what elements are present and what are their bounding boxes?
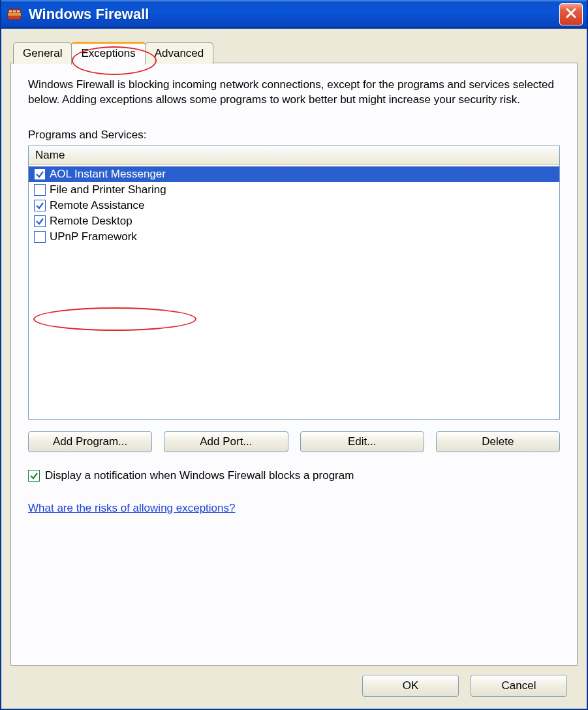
notify-checkbox[interactable] — [28, 470, 40, 482]
svg-rect-1 — [8, 13, 21, 16]
list-item[interactable]: AOL Instant Messenger — [29, 166, 559, 182]
client-area: General Exceptions Advanced Windows Fire… — [1, 29, 587, 709]
tab-strip: General Exceptions Advanced — [12, 42, 578, 63]
list-item[interactable]: Remote Desktop — [29, 213, 559, 229]
svg-rect-2 — [9, 10, 12, 12]
list-item[interactable]: Remote Assistance — [29, 198, 559, 213]
list-item-label: File and Printer Sharing — [50, 183, 166, 196]
tab-general[interactable]: General — [13, 42, 72, 64]
cancel-button[interactable]: Cancel — [471, 675, 567, 697]
risks-link[interactable]: What are the risks of allowing exception… — [28, 502, 560, 515]
app-icon — [7, 7, 22, 22]
checkbox[interactable] — [34, 168, 46, 180]
description-text: Windows Firewall is blocking incoming ne… — [28, 78, 560, 108]
list-item-label: Remote Desktop — [50, 215, 132, 228]
tab-panel: Windows Firewall is blocking incoming ne… — [10, 63, 578, 666]
list-item-label: Remote Assistance — [50, 199, 145, 212]
list-body: AOL Instant Messenger File and Printer S… — [29, 165, 559, 419]
dialog-buttons: OK Cancel — [10, 666, 578, 700]
list-item-label: UPnP Framework — [50, 230, 137, 243]
programs-list[interactable]: Name AOL Instant Messenger File and Prin… — [28, 146, 560, 420]
ok-button[interactable]: OK — [362, 675, 459, 697]
add-port-button[interactable]: Add Port... — [164, 431, 288, 452]
add-program-button[interactable]: Add Program... — [28, 431, 152, 452]
titlebar[interactable]: Windows Firewall — [1, 0, 587, 29]
checkbox[interactable] — [34, 215, 46, 227]
tab-exceptions[interactable]: Exceptions — [71, 42, 145, 65]
delete-button[interactable]: Delete — [436, 431, 560, 452]
name-column: Name — [35, 149, 65, 162]
notify-row: Display a notification when Windows Fire… — [28, 469, 560, 482]
list-item[interactable]: File and Printer Sharing — [29, 182, 559, 198]
close-button[interactable] — [559, 3, 583, 25]
list-column-header[interactable]: Name — [29, 146, 559, 165]
checkbox[interactable] — [34, 200, 46, 211]
list-item[interactable]: UPnP Framework — [29, 229, 559, 245]
close-icon — [565, 6, 577, 23]
list-label: Programs and Services: — [28, 129, 560, 142]
svg-rect-3 — [13, 10, 16, 12]
checkbox[interactable] — [34, 231, 46, 243]
list-item-label: AOL Instant Messenger — [50, 168, 166, 181]
action-buttons: Add Program... Add Port... Edit... Delet… — [28, 431, 560, 452]
tab-advanced[interactable]: Advanced — [145, 42, 214, 64]
svg-rect-4 — [17, 10, 20, 12]
firewall-settings-window: Windows Firewall General Exceptions Adva… — [0, 0, 588, 710]
window-title: Windows Firewall — [29, 6, 559, 23]
checkbox[interactable] — [34, 184, 46, 196]
notify-label: Display a notification when Windows Fire… — [45, 469, 354, 482]
edit-button[interactable]: Edit... — [300, 431, 424, 452]
